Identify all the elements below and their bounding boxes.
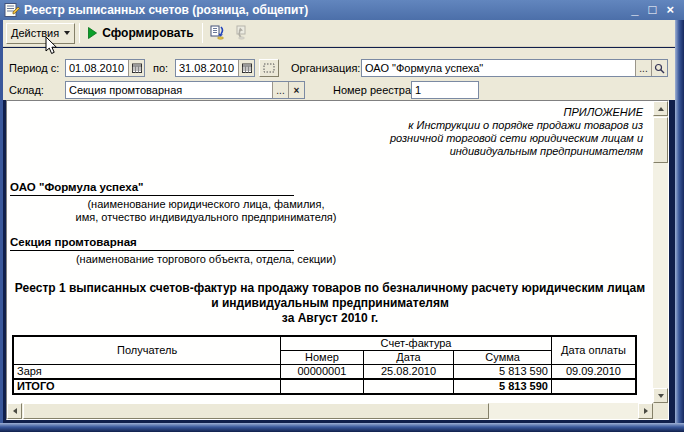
toolbar-separator <box>202 23 203 43</box>
filter-panel: Период с: по: <box>3 48 675 100</box>
period-picker-button[interactable] <box>259 59 279 77</box>
restore-settings-button <box>230 22 253 44</box>
appendix-line: индивидуальным предпринимателям <box>10 145 643 158</box>
col-header-date: Дата <box>363 351 454 365</box>
report-title-text: Реестр 1 выписанных счетов-фактур на про… <box>10 281 650 311</box>
registry-number-field <box>411 81 479 99</box>
organization-label: Организация: <box>291 62 360 74</box>
registry-number-input[interactable] <box>412 82 478 98</box>
period-to-field <box>175 59 255 77</box>
run-play-icon <box>88 27 97 39</box>
organization-name: ОАО "Формула успеха" <box>10 181 294 196</box>
report-document-icon <box>4 3 20 17</box>
close-button[interactable]: × <box>666 3 674 17</box>
period-to-input[interactable] <box>176 60 238 76</box>
col-header-recipient: Получатель <box>13 336 281 365</box>
section-signature-block: Секция промтоварная (наименование торгов… <box>10 236 402 266</box>
cell-date: 25.08.2010 <box>363 365 454 380</box>
invoice-registry-table: Получатель Счет-фактура Дата оплаты Номе… <box>12 335 637 395</box>
organization-select-button[interactable]: ... <box>635 60 651 76</box>
total-amount: 5 813 590 <box>454 379 552 394</box>
magnifier-icon <box>654 63 665 74</box>
organization-open-button[interactable] <box>651 60 667 76</box>
organization-signature-block: ОАО "Формула успеха" (наименование юриди… <box>10 181 402 224</box>
total-row: ИТОГО 5 813 590 <box>13 379 636 394</box>
horizontal-scroll-thumb[interactable] <box>23 403 489 419</box>
scrollbar-corner <box>653 403 668 419</box>
maximize-button[interactable]: □ <box>649 3 657 17</box>
toolbar-separator <box>79 23 80 43</box>
save-settings-icon <box>210 25 226 41</box>
chevron-down-icon <box>64 31 70 35</box>
minimize-button[interactable]: _ <box>631 3 638 17</box>
organization-caption: (наименование юридического лица, фамилия… <box>10 198 402 224</box>
cell-amount: 5 813 590 <box>454 365 552 380</box>
report-window: Реестр выписанных счетов (розница, общеп… <box>0 0 684 432</box>
generate-button[interactable]: Сформировать <box>84 23 197 44</box>
dotted-rect-icon <box>263 63 275 73</box>
organization-caption-line: имя, отчество индивидуального предприним… <box>10 211 402 224</box>
mouse-cursor <box>45 36 59 56</box>
cell-payment-date: 09.09.2010 <box>551 365 636 380</box>
scroll-left-button[interactable] <box>7 403 22 419</box>
total-label: ИТОГО <box>13 379 281 394</box>
col-header-amount: Сумма <box>454 351 552 365</box>
section-caption: (наименование торгового объекта, отдела,… <box>10 253 402 266</box>
scroll-right-button[interactable] <box>638 403 653 419</box>
col-header-payment-date: Дата оплаты <box>551 336 636 365</box>
actions-button[interactable]: Действия <box>6 23 75 44</box>
organization-caption-line: (наименование юридического лица, фамилия… <box>10 198 402 211</box>
calendar-button[interactable] <box>128 60 144 76</box>
report-title: Реестр 1 выписанных счетов-фактур на про… <box>10 281 650 326</box>
scroll-down-button[interactable] <box>653 388 668 403</box>
report-period-text: за Август 2010 г. <box>10 311 650 326</box>
warehouse-clear-button[interactable]: × <box>288 82 304 98</box>
arrow-down-icon <box>658 394 664 398</box>
title-bar: Реестр выписанных счетов (розница, общеп… <box>0 0 684 20</box>
col-header-invoice-group: Счет-фактура <box>281 336 552 351</box>
generate-button-label: Сформировать <box>102 26 193 40</box>
cell-recipient: Заря <box>13 365 281 380</box>
scroll-up-button[interactable] <box>653 101 668 116</box>
cell-number: 00000001 <box>281 365 364 380</box>
warehouse-select-button[interactable]: ... <box>272 82 288 98</box>
arrow-left-icon <box>13 408 17 414</box>
calendar-icon <box>242 63 252 73</box>
warehouse-input[interactable] <box>66 82 272 98</box>
window-title: Реестр выписанных счетов (розница, общеп… <box>24 3 631 17</box>
restore-settings-icon <box>233 25 249 41</box>
calendar-button[interactable] <box>238 60 254 76</box>
window-frame-bottom <box>0 423 684 432</box>
report-page: ПРИЛОЖЕНИЕ к Инструкции о порядке продаж… <box>7 101 653 403</box>
total-date-cell <box>363 379 454 394</box>
appendix-line: розничной торговой сети юридическим лица… <box>10 132 643 145</box>
total-payment-cell <box>551 379 636 394</box>
window-frame-right <box>675 20 684 432</box>
report-preview-area: ПРИЛОЖЕНИЕ к Инструкции о порядке продаж… <box>6 100 669 420</box>
warehouse-field: ... × <box>65 81 305 99</box>
registry-number-label: Номер реестра: <box>333 84 414 96</box>
organization-input[interactable] <box>362 60 635 76</box>
period-from-field <box>65 59 145 77</box>
total-number-cell <box>281 379 364 394</box>
period-from-label: Период с: <box>9 62 59 74</box>
period-to-label: по: <box>153 62 168 74</box>
horizontal-scrollbar[interactable] <box>7 403 653 419</box>
appendix-line: к Инструкции о порядке продажи товаров и… <box>10 119 643 132</box>
window-frame-left <box>0 20 3 432</box>
appendix-line: ПРИЛОЖЕНИЕ <box>10 106 643 119</box>
col-header-number: Номер <box>281 351 364 365</box>
appendix-block: ПРИЛОЖЕНИЕ к Инструкции о порядке продаж… <box>10 106 653 158</box>
section-name: Секция промтоварная <box>10 236 294 251</box>
toolbar: Действия Сформировать <box>3 20 675 47</box>
save-settings-button[interactable] <box>207 22 230 44</box>
warehouse-label: Склад: <box>9 84 44 96</box>
vertical-scrollbar[interactable] <box>653 101 668 403</box>
period-from-input[interactable] <box>66 60 128 76</box>
arrow-up-icon <box>658 107 664 111</box>
table-row: Заря 00000001 25.08.2010 5 813 590 09.09… <box>13 365 636 380</box>
arrow-right-icon <box>644 408 648 414</box>
vertical-scroll-thumb[interactable] <box>653 117 668 163</box>
organization-field: ... <box>361 59 668 77</box>
calendar-icon <box>132 63 142 73</box>
